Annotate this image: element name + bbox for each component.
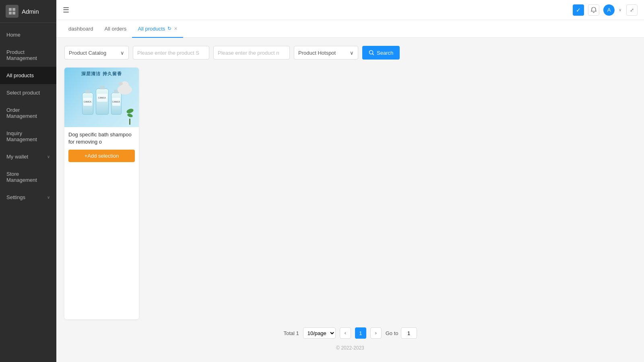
- sku-input[interactable]: [133, 46, 209, 60]
- svg-rect-2: [9, 12, 12, 14]
- pagination-prev-button[interactable]: ‹: [340, 327, 351, 339]
- tab-all-orders-label: All orders: [104, 26, 126, 32]
- sidebar-item-my-wallet[interactable]: My wallet ∨: [0, 148, 56, 165]
- bell-icon-button[interactable]: [588, 4, 599, 16]
- sidebar-item-home[interactable]: Home: [0, 26, 56, 43]
- product-image-text: 深层清洁 持久留香: [64, 71, 139, 77]
- leaf-2: [127, 113, 133, 118]
- svg-rect-3: [12, 12, 15, 14]
- bottle-2: CANICA: [96, 88, 109, 115]
- chevron-down-icon: ∨: [47, 154, 50, 159]
- tab-all-orders[interactable]: All orders: [99, 20, 132, 38]
- tab-dashboard-label: dashboard: [68, 26, 93, 32]
- product-card: 深层清洁 持久留香 CANICA CANICA CANICA: [64, 68, 139, 319]
- bottle-label-2: CANICA: [97, 94, 107, 102]
- sidebar-item-product-management[interactable]: Product Management: [0, 43, 56, 67]
- sidebar-item-settings[interactable]: Settings ∨: [0, 189, 56, 206]
- admin-title: Admin: [22, 8, 39, 15]
- bottle-1: CANICA: [82, 93, 93, 115]
- bottle-label-3: CANICA: [112, 98, 120, 106]
- products-grid: 深层清洁 持久留香 CANICA CANICA CANICA: [64, 68, 636, 319]
- sidebar-nav: Home Product Management All products Sel…: [0, 23, 56, 362]
- pagination-next-button[interactable]: ›: [370, 327, 382, 339]
- tab-all-products-label: All products: [138, 26, 165, 32]
- catalog-chevron-icon: ∨: [120, 50, 124, 56]
- menu-icon[interactable]: ☰: [63, 6, 69, 14]
- topbar-chevron-icon[interactable]: ∨: [619, 8, 621, 12]
- admin-logo: [6, 5, 19, 18]
- svg-rect-1: [12, 8, 15, 11]
- topbar: ☰ ✓ A ∨ ⤢: [56, 0, 644, 20]
- sidebar-item-order-management[interactable]: Order Management: [0, 101, 56, 125]
- expand-button[interactable]: ⤢: [626, 4, 638, 16]
- hotspot-select-label: Product Hotspot: [298, 50, 336, 56]
- footer-copyright: © 2022-2023: [336, 345, 364, 351]
- filter-row: Product Catalog ∨ Product Hotspot ∨ Sear…: [64, 46, 636, 60]
- sidebar: Admin Home Product Management All produc…: [0, 0, 56, 362]
- product-image-area: 深层清洁 持久留香 CANICA CANICA CANICA: [64, 68, 139, 127]
- svg-rect-0: [9, 8, 12, 11]
- product-bottles: CANICA CANICA CANICA: [82, 88, 122, 115]
- pagination-goto-label: Go to: [386, 330, 398, 336]
- catalog-select[interactable]: Product Catalog ∨: [64, 46, 129, 60]
- hotspot-chevron-icon: ∨: [350, 50, 354, 56]
- main-area: ☰ ✓ A ∨ ⤢ dashboard All orders All produ…: [56, 0, 644, 362]
- search-icon: [369, 50, 374, 56]
- sidebar-item-select-product[interactable]: Select product: [0, 84, 56, 101]
- sidebar-item-store-management[interactable]: Store Management: [0, 165, 56, 189]
- pagination-total: Total 1: [283, 330, 299, 336]
- pagination-row: Total 1 10/page 20/page 50/page ‹ 1 › Go…: [64, 327, 636, 339]
- sidebar-header: Admin: [0, 0, 56, 23]
- plant-stem: [129, 119, 130, 125]
- refresh-icon[interactable]: ↻: [167, 26, 171, 31]
- sidebar-item-inquiry-management[interactable]: Inquiry Management: [0, 125, 56, 148]
- bottle-label-1: CANICA: [83, 98, 92, 106]
- avatar[interactable]: A: [603, 4, 615, 16]
- name-input[interactable]: [213, 46, 290, 60]
- content-area: Product Catalog ∨ Product Hotspot ∨ Sear…: [56, 38, 644, 362]
- pagination-goto-input[interactable]: [401, 327, 417, 339]
- footer: © 2022-2023: [64, 339, 636, 354]
- tab-close-icon[interactable]: ✕: [174, 27, 178, 31]
- topbar-actions: ✓ A ∨: [573, 4, 621, 16]
- checkmark-button[interactable]: ✓: [573, 4, 584, 16]
- search-button[interactable]: Search: [362, 46, 400, 60]
- pagination-current-page: 1: [355, 327, 366, 339]
- sidebar-item-all-products[interactable]: All products: [0, 67, 56, 84]
- add-selection-button[interactable]: +Add selection: [68, 150, 135, 162]
- product-info: Dog specific bath shampoo for removing o…: [64, 127, 139, 319]
- dog-silhouette: [116, 80, 134, 96]
- tabs-bar: dashboard All orders All products ↻ ✕: [56, 20, 644, 38]
- per-page-select[interactable]: 10/page 20/page 50/page: [303, 327, 336, 339]
- tab-dashboard[interactable]: dashboard: [63, 20, 99, 38]
- chevron-down-icon: ∨: [47, 195, 50, 200]
- catalog-select-label: Product Catalog: [69, 50, 106, 56]
- leaf-1: [126, 108, 134, 114]
- search-btn-label: Search: [377, 50, 393, 56]
- tab-all-products[interactable]: All products ↻ ✕: [132, 20, 183, 38]
- hotspot-select[interactable]: Product Hotspot ∨: [294, 46, 358, 60]
- plant-decor: [125, 109, 135, 125]
- pagination-goto: Go to: [386, 327, 417, 339]
- product-name: Dog specific bath shampoo for removing o: [68, 131, 135, 146]
